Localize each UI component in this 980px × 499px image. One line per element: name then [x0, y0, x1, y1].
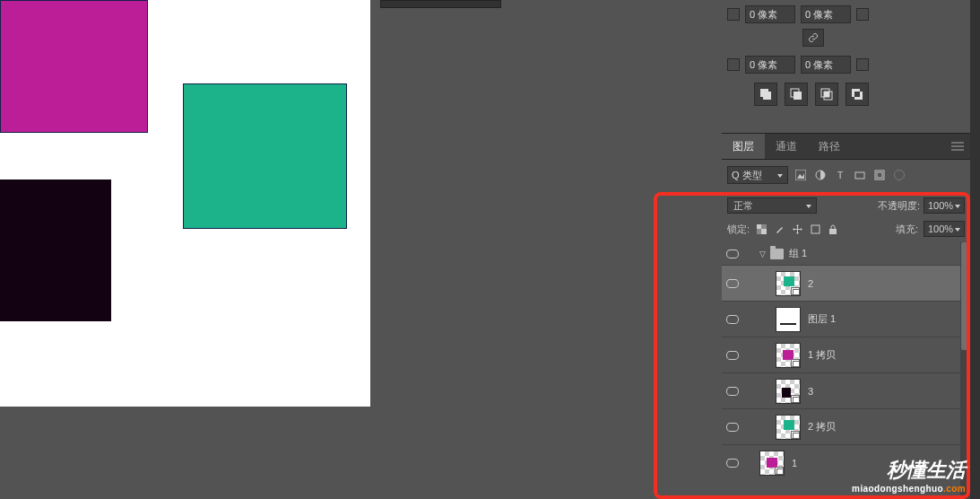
visibility-toggle[interactable] — [722, 387, 743, 396]
filter-smart-icon[interactable] — [872, 168, 887, 182]
layer-thumbnail[interactable] — [776, 415, 801, 440]
layer-row[interactable]: 图层 1 — [722, 302, 970, 337]
filter-adjust-icon[interactable] — [813, 168, 828, 182]
shape-black[interactable] — [0, 179, 111, 321]
lock-all-button[interactable] — [827, 223, 839, 235]
visibility-toggle[interactable] — [722, 423, 743, 432]
corner-bl-checkbox[interactable] — [727, 58, 740, 71]
group-twisty[interactable]: ▽ — [759, 250, 770, 258]
filter-toggle-switch[interactable] — [894, 170, 905, 180]
layer-row[interactable]: 2 拷贝 — [722, 409, 970, 445]
lock-artboard-button[interactable] — [809, 223, 821, 235]
svg-rect-6 — [824, 92, 829, 97]
corner-br-field[interactable]: 0 像素 — [801, 56, 851, 74]
layer-name[interactable]: 2 拷贝 — [808, 420, 970, 433]
layer-name[interactable]: 图层 1 — [808, 312, 970, 326]
artboard-lock-icon — [811, 224, 820, 234]
corner-tl-checkbox[interactable] — [727, 8, 740, 21]
corner-tl-field[interactable]: 0 像素 — [745, 5, 795, 23]
svg-rect-20 — [757, 224, 761, 229]
fill-field[interactable]: 100% — [924, 221, 965, 237]
layer-name[interactable]: 2 — [808, 278, 970, 289]
panel-menu-button[interactable] — [945, 134, 970, 159]
artboard[interactable] — [0, 0, 370, 407]
corner-tr-checkbox[interactable] — [856, 8, 869, 21]
extra-tab-stub[interactable] — [380, 0, 501, 8]
layer-row[interactable]: 1 — [722, 445, 970, 481]
tab-channels[interactable]: 通道 — [765, 134, 808, 159]
lock-icon — [828, 224, 837, 234]
scrollbar-thumb[interactable] — [961, 242, 969, 350]
adjust-icon — [815, 170, 826, 180]
tab-layers[interactable]: 图层 — [722, 134, 765, 159]
smart-badge-icon — [775, 467, 784, 475]
pathfinder-row — [754, 83, 869, 106]
tab-paths[interactable]: 路径 — [808, 134, 851, 159]
unite-icon — [759, 88, 772, 101]
svg-marker-14 — [797, 173, 804, 179]
smart-badge-icon — [791, 431, 800, 439]
layer-name[interactable]: 1 拷贝 — [808, 348, 970, 362]
lock-position-button[interactable] — [791, 223, 803, 235]
filter-kind-label: 类型 — [742, 169, 762, 182]
svg-rect-25 — [829, 229, 837, 234]
layer-thumbnail[interactable] — [776, 343, 801, 368]
link-corners-button[interactable] — [802, 29, 824, 47]
folder-icon — [770, 249, 784, 259]
canvas-area[interactable] — [0, 0, 722, 499]
subtract-icon — [790, 88, 802, 101]
filter-shape-icon[interactable] — [853, 168, 867, 182]
layer-row[interactable]: 1 拷贝 — [722, 337, 970, 373]
shape-magenta[interactable] — [0, 0, 148, 133]
svg-rect-9 — [854, 92, 860, 97]
filter-pixel-icon[interactable] — [794, 168, 808, 182]
image-icon — [795, 170, 806, 180]
layer-filter-row: Q 类型 T — [722, 163, 970, 187]
align-exclude-button[interactable] — [846, 83, 869, 106]
align-subtract-button[interactable] — [785, 83, 808, 106]
visibility-toggle[interactable] — [722, 250, 743, 258]
filter-kind-dropdown[interactable]: Q 类型 — [727, 166, 788, 184]
align-unite-button[interactable] — [754, 83, 777, 106]
visibility-toggle[interactable] — [722, 315, 743, 324]
svg-rect-18 — [877, 172, 882, 178]
corner-tr-field[interactable]: 0 像素 — [801, 5, 851, 23]
visibility-toggle[interactable] — [722, 351, 743, 360]
filter-type-icon[interactable]: T — [833, 168, 847, 182]
lock-pixels-button[interactable] — [773, 223, 785, 235]
layer-name[interactable]: 1 — [792, 458, 970, 468]
corner-bl-field[interactable]: 0 像素 — [745, 56, 795, 74]
layer-thumbnail[interactable] — [759, 451, 785, 476]
blend-row: 正常 不透明度: 100% — [722, 196, 970, 215]
corner-radius-row-top: 0 像素 0 像素 — [727, 4, 869, 25]
layer-group-row[interactable]: ▽ 组 1 — [722, 242, 970, 266]
layer-name[interactable]: 组 1 — [789, 247, 970, 260]
svg-rect-21 — [761, 229, 767, 234]
move-icon — [793, 224, 802, 234]
corner-br-checkbox[interactable] — [856, 58, 869, 71]
lock-transparency-button[interactable] — [755, 223, 768, 235]
shape-green[interactable] — [183, 83, 347, 229]
smart-badge-icon — [791, 359, 800, 367]
hamburger-icon — [951, 142, 964, 151]
panel-tabs: 图层 通道 路径 — [722, 133, 970, 160]
visibility-toggle[interactable] — [722, 279, 743, 288]
brush-icon — [775, 224, 785, 234]
layer-thumbnail[interactable] — [776, 271, 801, 296]
corner-radius-row-bottom: 0 像素 0 像素 — [727, 54, 869, 75]
smart-badge-icon — [791, 287, 800, 295]
visibility-toggle[interactable] — [722, 459, 743, 468]
align-intersect-button[interactable] — [815, 83, 838, 106]
properties-strip: 0 像素 0 像素 0 像素 0 像素 — [722, 0, 970, 111]
layer-name[interactable]: 3 — [808, 386, 970, 397]
layer-thumbnail[interactable] — [776, 379, 801, 404]
checker-icon — [757, 224, 767, 234]
blend-mode-dropdown[interactable]: 正常 — [727, 197, 817, 214]
svg-rect-1 — [763, 92, 771, 100]
layers-scrollbar[interactable] — [960, 242, 970, 499]
intersect-icon — [820, 88, 833, 101]
opacity-field[interactable]: 100% — [924, 197, 965, 214]
layer-row[interactable]: 3 — [722, 373, 970, 409]
layer-thumbnail[interactable] — [776, 307, 801, 332]
layer-row[interactable]: 2 — [722, 266, 970, 302]
